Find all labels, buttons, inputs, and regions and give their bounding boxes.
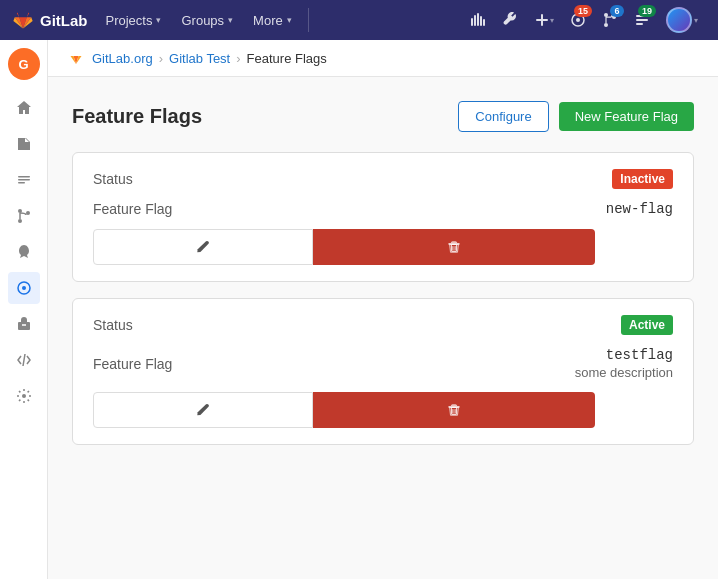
- sidebar-item-home[interactable]: [8, 92, 40, 124]
- flag-status-row-0: Status Inactive: [93, 169, 673, 189]
- todos-btn[interactable]: 19: [626, 0, 658, 40]
- breadcrumb-project[interactable]: Gitlab Test: [169, 51, 230, 66]
- flag-name-row-1: Feature Flag testflag some description: [93, 347, 673, 380]
- more-chevron-icon: ▾: [287, 15, 292, 25]
- feature-flag-label-1: Feature Flag: [93, 356, 172, 372]
- issues-sidebar-icon: [16, 172, 32, 188]
- svg-rect-3: [480, 16, 482, 26]
- rocket-icon: [16, 244, 32, 260]
- project-avatar[interactable]: G: [8, 48, 40, 80]
- issues-btn[interactable]: 15: [562, 0, 594, 40]
- nav-divider: [308, 8, 309, 32]
- home-icon: [16, 100, 32, 116]
- edit-flag-button-1[interactable]: [93, 392, 313, 428]
- sidebar-item-issues[interactable]: [8, 164, 40, 196]
- svg-rect-22: [18, 322, 30, 330]
- delete-flag-button-0[interactable]: [313, 229, 595, 265]
- packages-icon: [16, 316, 32, 332]
- svg-point-21: [22, 286, 26, 290]
- repo-icon: [16, 136, 32, 152]
- sidebar-item-snippets[interactable]: [8, 344, 40, 376]
- status-badge-0: Inactive: [612, 169, 673, 189]
- sidebar-item-repo[interactable]: [8, 128, 40, 160]
- wrench-icon-btn[interactable]: [494, 0, 526, 40]
- nav-groups[interactable]: Groups ▾: [171, 0, 243, 40]
- flag-name-row-0: Feature Flag new-flag: [93, 201, 673, 217]
- create-chevron-icon: ▾: [550, 16, 554, 25]
- header-actions: Configure New Feature Flag: [458, 101, 694, 132]
- sidebar-item-operations[interactable]: [8, 272, 40, 304]
- breadcrumb-sep-2: ›: [236, 51, 240, 66]
- svg-rect-2: [477, 13, 479, 26]
- edit-flag-button-0[interactable]: [93, 229, 313, 265]
- pencil-icon-0: [196, 240, 210, 254]
- page-title: Feature Flags: [72, 105, 202, 128]
- feature-flag-label-0: Feature Flag: [93, 201, 172, 217]
- delete-flag-button-1[interactable]: [313, 392, 595, 428]
- svg-rect-15: [18, 182, 25, 184]
- status-label-1: Status: [93, 317, 133, 333]
- sidebar-item-packages[interactable]: [8, 308, 40, 340]
- main-content: GitLab.org › Gitlab Test › Feature Flags…: [48, 40, 718, 579]
- merge-requests-btn[interactable]: 6: [594, 0, 626, 40]
- issues-count-badge: 15: [574, 5, 592, 17]
- flag-name-block-1: testflag some description: [575, 347, 673, 380]
- settings-icon: [16, 388, 32, 404]
- feature-flag-card-1: Status Active Feature Flag testflag some…: [72, 298, 694, 445]
- breadcrumb-current: Feature Flags: [247, 51, 327, 66]
- svg-point-8: [604, 23, 608, 27]
- breadcrumb-sep-1: ›: [159, 51, 163, 66]
- trash-icon-0: [447, 240, 461, 254]
- groups-chevron-icon: ▾: [228, 15, 233, 25]
- gitlab-text: GitLab: [40, 12, 88, 29]
- app-layout: G: [0, 40, 718, 579]
- page-header: Feature Flags Configure New Feature Flag: [72, 101, 694, 132]
- new-feature-flag-button[interactable]: New Feature Flag: [559, 102, 694, 131]
- status-badge-1: Active: [621, 315, 673, 335]
- create-new-btn[interactable]: ▾: [526, 0, 562, 40]
- mr-count-badge: 6: [610, 5, 624, 17]
- todos-count-badge: 19: [638, 5, 656, 17]
- top-navigation: GitLab Projects ▾ Groups ▾ More ▾ ▾: [0, 0, 718, 40]
- status-label-0: Status: [93, 171, 133, 187]
- nav-more[interactable]: More ▾: [243, 0, 302, 40]
- user-avatar: [666, 7, 692, 33]
- wrench-icon: [502, 12, 518, 28]
- flag-actions-1: [93, 392, 673, 428]
- svg-point-24: [22, 394, 26, 398]
- context-sidebar: G: [0, 40, 48, 579]
- feature-flag-description-1: some description: [575, 365, 673, 380]
- feature-flag-name-1: testflag: [575, 347, 673, 363]
- configure-button[interactable]: Configure: [458, 101, 548, 132]
- snippets-icon: [16, 352, 32, 368]
- activity-icon-btn[interactable]: [462, 0, 494, 40]
- nav-projects[interactable]: Projects ▾: [96, 0, 172, 40]
- flag-status-row-1: Status Active: [93, 315, 673, 335]
- pencil-icon-1: [196, 403, 210, 417]
- projects-chevron-icon: ▾: [156, 15, 161, 25]
- gitlab-logo[interactable]: GitLab: [12, 9, 88, 31]
- svg-rect-0: [471, 18, 473, 26]
- merge-icon: [16, 208, 32, 224]
- user-chevron-icon: ▾: [694, 16, 698, 25]
- svg-point-6: [576, 18, 580, 22]
- activity-icon: [470, 12, 486, 28]
- svg-point-17: [18, 219, 22, 223]
- svg-rect-13: [18, 176, 30, 178]
- flag-actions-0: [93, 229, 673, 265]
- svg-rect-14: [18, 179, 30, 181]
- sidebar-item-ci[interactable]: [8, 236, 40, 268]
- sidebar-item-merge[interactable]: [8, 200, 40, 232]
- feature-flag-card-0: Status Inactive Feature Flag new-flag: [72, 152, 694, 282]
- sidebar-item-settings[interactable]: [8, 380, 40, 412]
- svg-rect-4: [483, 19, 485, 26]
- user-menu-btn[interactable]: ▾: [658, 0, 706, 40]
- svg-point-7: [604, 13, 608, 17]
- breadcrumb-logo-icon: [68, 50, 84, 66]
- breadcrumb: GitLab.org › Gitlab Test › Feature Flags: [48, 40, 718, 77]
- breadcrumb-org[interactable]: GitLab.org: [92, 51, 153, 66]
- operations-icon: [16, 280, 32, 296]
- gitlab-logo-icon: [12, 9, 34, 31]
- svg-rect-11: [636, 19, 648, 21]
- trash-icon-1: [447, 403, 461, 417]
